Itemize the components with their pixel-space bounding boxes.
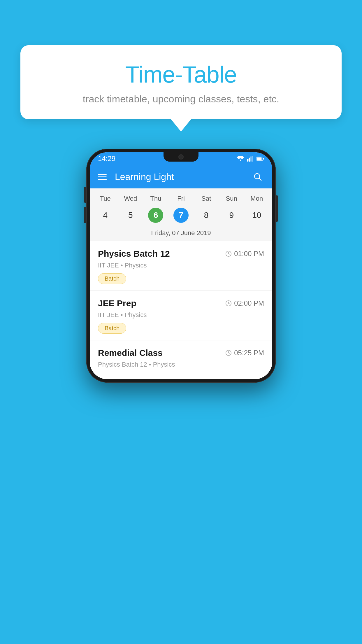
clock-icon-3	[225, 350, 232, 356]
schedule-item-2-tag: Batch	[98, 323, 126, 334]
day-name-mon[interactable]: Mon	[244, 193, 269, 204]
phone-container: 14:29	[86, 149, 276, 383]
schedule-item-1[interactable]: Physics Batch 12 01:00 PM IIT JEE • Phys…	[90, 241, 272, 291]
schedule-item-2-header: JEE Prep 02:00 PM	[98, 298, 264, 308]
hamburger-line-1	[98, 174, 107, 175]
clock-icon-1	[225, 251, 232, 257]
signal-icon	[247, 156, 254, 162]
svg-rect-3	[252, 156, 253, 162]
hamburger-line-2	[98, 176, 107, 177]
schedule-item-1-title: Physics Batch 12	[98, 249, 170, 259]
day-5[interactable]: 5	[118, 205, 143, 225]
svg-rect-0	[247, 159, 248, 162]
speech-bubble: Time-Table track timetable, upcoming cla…	[20, 45, 342, 119]
schedule-item-1-tag: Batch	[98, 273, 126, 284]
phone-camera	[178, 154, 184, 160]
app-bar: Learning Light	[90, 165, 272, 188]
volume-up-button	[84, 187, 86, 203]
volume-down-button	[84, 207, 86, 223]
phone-frame: 14:29	[86, 149, 276, 383]
schedule-list: Physics Batch 12 01:00 PM IIT JEE • Phys…	[90, 241, 272, 379]
day-7[interactable]: 7	[168, 205, 194, 225]
phone-screen: 14:29	[90, 152, 272, 379]
day-name-wed[interactable]: Wed	[118, 193, 143, 204]
schedule-item-2[interactable]: JEE Prep 02:00 PM IIT JEE • Physics Batc…	[90, 291, 272, 340]
search-button[interactable]	[251, 170, 264, 183]
schedule-item-2-title: JEE Prep	[98, 298, 136, 308]
speech-bubble-title: Time-Table	[35, 61, 327, 88]
speech-bubble-subtitle: track timetable, upcoming classes, tests…	[35, 93, 327, 105]
svg-rect-1	[249, 158, 250, 162]
svg-point-7	[254, 174, 260, 179]
schedule-item-2-time: 02:00 PM	[225, 299, 264, 307]
day-name-thu[interactable]: Thu	[143, 193, 168, 204]
day-name-sat[interactable]: Sat	[194, 193, 219, 204]
schedule-item-2-subtitle: IIT JEE • Physics	[98, 311, 264, 319]
hamburger-line-3	[98, 179, 107, 180]
schedule-item-3-header: Remedial Class 05:25 PM	[98, 348, 264, 358]
schedule-item-2-time-label: 02:00 PM	[234, 299, 264, 307]
day-circle-6: 6	[148, 208, 163, 223]
day-6[interactable]: 6	[143, 205, 168, 225]
schedule-item-3-time: 05:25 PM	[225, 349, 264, 357]
calendar-strip: Tue Wed Thu Fri Sat Sun Mon 4 5 6 7	[90, 188, 272, 241]
selected-date-label: Friday, 07 June 2019	[90, 227, 272, 241]
schedule-item-1-time-label: 01:00 PM	[234, 250, 264, 258]
schedule-item-3-title: Remedial Class	[98, 348, 163, 358]
status-time: 14:29	[98, 155, 115, 163]
day-name-tue[interactable]: Tue	[93, 193, 118, 204]
svg-rect-5	[263, 158, 264, 160]
menu-button[interactable]	[98, 174, 107, 180]
svg-line-8	[259, 178, 261, 181]
day-4[interactable]: 4	[93, 205, 118, 225]
phone-notch	[164, 152, 198, 162]
wifi-icon	[237, 156, 244, 162]
schedule-item-3[interactable]: Remedial Class 05:25 PM Physics Batch 12…	[90, 340, 272, 379]
status-icons	[237, 156, 264, 162]
day-10[interactable]: 10	[244, 205, 269, 225]
app-title: Learning Light	[115, 172, 251, 182]
day-names-row: Tue Wed Thu Fri Sat Sun Mon	[90, 193, 272, 204]
battery-icon	[256, 156, 264, 162]
day-name-sun[interactable]: Sun	[219, 193, 244, 204]
svg-rect-2	[250, 156, 252, 162]
schedule-item-3-time-label: 05:25 PM	[234, 349, 264, 357]
schedule-item-1-subtitle: IIT JEE • Physics	[98, 262, 264, 269]
day-numbers-row: 4 5 6 7 8 9 10	[90, 205, 272, 225]
day-9[interactable]: 9	[219, 205, 244, 225]
clock-icon-2	[225, 300, 232, 307]
search-icon	[253, 172, 262, 181]
day-name-fri[interactable]: Fri	[168, 193, 194, 204]
schedule-item-1-header: Physics Batch 12 01:00 PM	[98, 249, 264, 259]
schedule-item-1-time: 01:00 PM	[225, 250, 264, 258]
power-button	[276, 195, 278, 222]
schedule-item-3-subtitle: Physics Batch 12 • Physics	[98, 361, 264, 368]
day-circle-7: 7	[173, 208, 189, 223]
svg-rect-6	[257, 158, 262, 160]
day-8[interactable]: 8	[194, 205, 219, 225]
